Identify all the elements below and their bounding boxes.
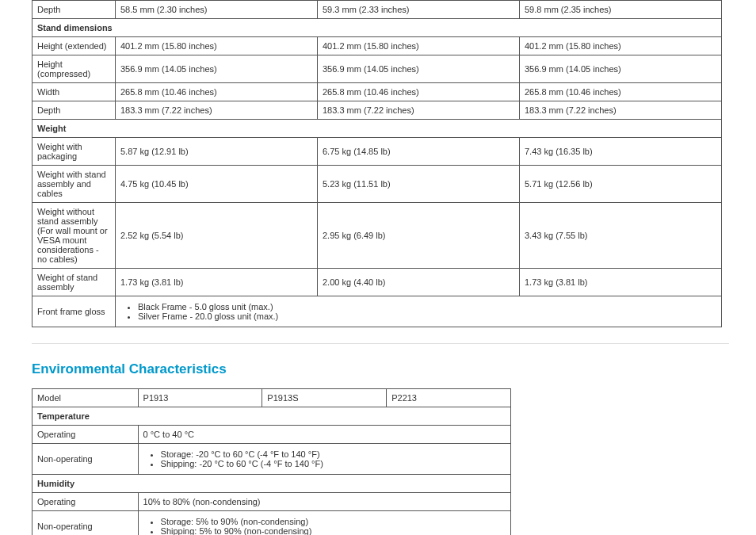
cell: 265.8 mm (10.46 inches)	[318, 83, 520, 101]
table-row: Weight with packaging 5.87 kg (12.91 lb)…	[32, 138, 722, 166]
row-label: Weight of stand assembly	[32, 269, 116, 296]
table-row: Width 265.8 mm (10.46 inches) 265.8 mm (…	[32, 83, 722, 101]
table-row: Operating 10% to 80% (non-condensing)	[32, 493, 511, 511]
cell: 1.73 kg (3.81 lb)	[520, 269, 722, 296]
cell: 356.9 mm (14.05 inches)	[116, 55, 318, 83]
section-title: Weight	[32, 120, 722, 138]
row-label: Operating	[32, 426, 139, 444]
list-item: Shipping: 5% to 90% (non-condensing)	[161, 526, 506, 535]
table-row: Weight with stand assembly and cables 4.…	[32, 166, 722, 203]
table-row: Weight of stand assembly 1.73 kg (3.81 l…	[32, 269, 722, 296]
row-label: Height (compressed)	[32, 55, 116, 83]
cell: P1913S	[262, 389, 387, 407]
cell: P2213	[387, 389, 511, 407]
list-item: Storage: -20 °C to 60 °C (-4 °F to 140 °…	[161, 449, 506, 459]
table-row: Non-operating Storage: -20 °C to 60 °C (…	[32, 444, 511, 475]
row-label: Width	[32, 83, 116, 101]
list-item: Silver Frame - 20.0 gloss unit (max.)	[138, 311, 716, 321]
cell: 0 °C to 40 °C	[138, 426, 510, 444]
cell: 7.43 kg (16.35 lb)	[520, 138, 722, 166]
cell: 6.75 kg (14.85 lb)	[318, 138, 520, 166]
cell: 5.23 kg (11.51 lb)	[318, 166, 520, 203]
table-row: Non-operating Storage: 5% to 90% (non-co…	[32, 511, 511, 536]
cell: 183.3 mm (7.22 inches)	[318, 101, 520, 120]
cell: 59.3 mm (2.33 inches)	[318, 1, 520, 19]
cell: 3.43 kg (7.55 lb)	[520, 203, 722, 269]
row-label: Height (extended)	[32, 37, 116, 55]
cell: 59.8 mm (2.35 inches)	[520, 1, 722, 19]
cell: Storage: 5% to 90% (non-condensing) Ship…	[138, 511, 510, 536]
cell: Black Frame - 5.0 gloss unit (max.) Silv…	[116, 296, 722, 327]
table-row: Height (extended) 401.2 mm (15.80 inches…	[32, 37, 722, 55]
cell: 2.95 kg (6.49 lb)	[318, 203, 520, 269]
cell: 5.87 kg (12.91 lb)	[116, 138, 318, 166]
cell: 401.2 mm (15.80 inches)	[318, 37, 520, 55]
row-label: Model	[32, 389, 139, 407]
cell: 401.2 mm (15.80 inches)	[116, 37, 318, 55]
row-label: Operating	[32, 493, 139, 511]
cell: Storage: -20 °C to 60 °C (-4 °F to 140 °…	[138, 444, 510, 475]
cell: 10% to 80% (non-condensing)	[138, 493, 510, 511]
physical-table: Depth 58.5 mm (2.30 inches) 59.3 mm (2.3…	[32, 0, 722, 327]
cell: 265.8 mm (10.46 inches)	[116, 83, 318, 101]
cell: 183.3 mm (7.22 inches)	[520, 101, 722, 120]
table-row: Operating 0 °C to 40 °C	[32, 426, 511, 444]
row-label: Non-operating	[32, 511, 139, 536]
table-row: Depth 183.3 mm (7.22 inches) 183.3 mm (7…	[32, 101, 722, 120]
cell: 401.2 mm (15.80 inches)	[520, 37, 722, 55]
table-row: Depth 58.5 mm (2.30 inches) 59.3 mm (2.3…	[32, 1, 722, 19]
cell: 356.9 mm (14.05 inches)	[318, 55, 520, 83]
cell: 183.3 mm (7.22 inches)	[116, 101, 318, 120]
cell: 2.00 kg (4.40 lb)	[318, 269, 520, 296]
cell: 2.52 kg (5.54 lb)	[116, 203, 318, 269]
row-label: Weight with stand assembly and cables	[32, 166, 116, 203]
environmental-table: Model P1913 P1913S P2213 Temperature Ope…	[32, 388, 511, 535]
table-row: Front frame gloss Black Frame - 5.0 glos…	[32, 296, 722, 327]
section-title: Humidity	[32, 475, 511, 493]
section-header: Temperature	[32, 407, 511, 426]
table-row: Height (compressed) 356.9 mm (14.05 inch…	[32, 55, 722, 83]
section-header: Weight	[32, 120, 722, 138]
separator	[32, 343, 729, 344]
list-item: Storage: 5% to 90% (non-condensing)	[161, 517, 506, 526]
list-item: Black Frame - 5.0 gloss unit (max.)	[138, 302, 716, 311]
cell: 356.9 mm (14.05 inches)	[520, 55, 722, 83]
row-label: Weight with packaging	[32, 138, 116, 166]
section-header: Humidity	[32, 475, 511, 493]
list-item: Shipping: -20 °C to 60 °C (-4 °F to 140 …	[161, 459, 506, 468]
cell: 58.5 mm (2.30 inches)	[116, 1, 318, 19]
section-title: Stand dimensions	[32, 19, 722, 37]
cell: 265.8 mm (10.46 inches)	[520, 83, 722, 101]
row-label: Weight without stand assembly (For wall …	[32, 203, 116, 269]
table-row: Weight without stand assembly (For wall …	[32, 203, 722, 269]
row-label: Non-operating	[32, 444, 139, 475]
section-heading: Environmental Characteristics	[32, 361, 724, 377]
cell: 1.73 kg (3.81 lb)	[116, 269, 318, 296]
cell: 4.75 kg (10.45 lb)	[116, 166, 318, 203]
row-label: Depth	[32, 101, 116, 120]
row-label: Front frame gloss	[32, 296, 116, 327]
table-row: Model P1913 P1913S P2213	[32, 389, 511, 407]
section-title: Temperature	[32, 407, 511, 426]
cell: 5.71 kg (12.56 lb)	[520, 166, 722, 203]
cell: P1913	[138, 389, 262, 407]
section-header: Stand dimensions	[32, 19, 722, 37]
row-label: Depth	[32, 1, 116, 19]
